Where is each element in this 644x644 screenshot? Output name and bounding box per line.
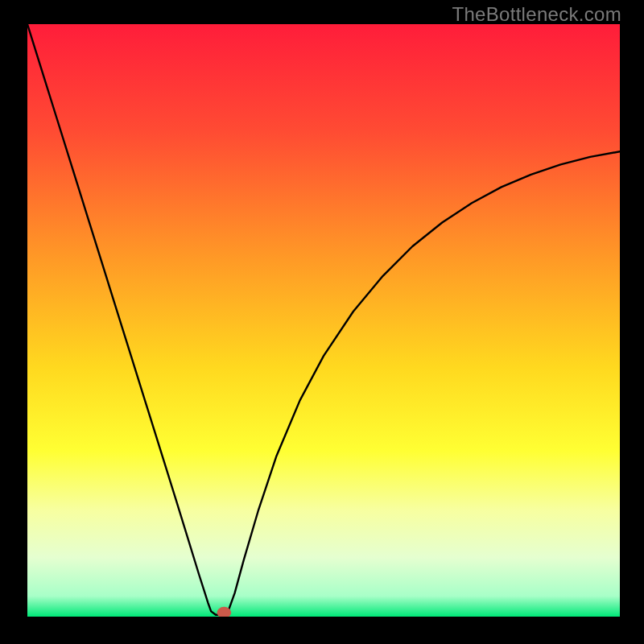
plot-area: [27, 24, 620, 617]
gradient-background: [27, 24, 620, 617]
chart-svg: [27, 24, 620, 617]
watermark-text: TheBottleneck.com: [452, 3, 621, 26]
chart-frame: TheBottleneck.com: [0, 0, 644, 644]
